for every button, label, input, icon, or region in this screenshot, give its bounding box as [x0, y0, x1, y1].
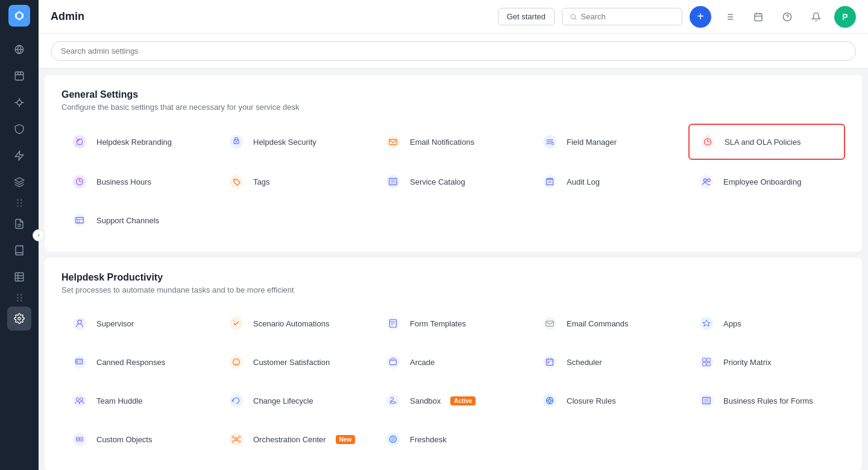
canned-responses-item[interactable]: Canned Responses — [61, 345, 218, 379]
support-channels-icon — [69, 209, 90, 231]
general-settings-title: General Settings — [61, 89, 845, 100]
sandbox-icon — [382, 390, 404, 411]
arcade-icon — [382, 351, 404, 373]
supervisor-item[interactable]: Supervisor — [61, 306, 218, 340]
scenario-icon — [225, 313, 247, 334]
new-item-button[interactable]: + — [690, 6, 711, 28]
support-channels-item[interactable]: Support Channels — [61, 203, 218, 237]
help-button[interactable] — [776, 6, 798, 28]
priority-matrix-item[interactable]: Priority Matrix — [688, 345, 845, 379]
helpdesk-security-item[interactable]: Helpdesk Security — [218, 124, 375, 160]
page-title: Admin — [51, 10, 491, 23]
list-view-button[interactable] — [719, 6, 740, 28]
apps-item[interactable]: Apps — [688, 306, 845, 340]
sidebar-item-globe[interactable] — [7, 37, 31, 62]
notification-button[interactable] — [805, 6, 827, 28]
custom-objects-item[interactable]: Custom Objects — [61, 422, 218, 456]
employee-onboarding-item[interactable]: Employee Onboarding — [688, 165, 845, 198]
user-avatar[interactable]: P — [834, 6, 856, 28]
orchestration-center-item[interactable]: Orchestration Center New — [218, 422, 375, 456]
sandbox-item[interactable]: Sandbox Active — [375, 384, 532, 418]
sidebar-item-zap[interactable] — [7, 144, 31, 168]
onboarding-icon — [696, 171, 717, 192]
security-icon — [225, 131, 247, 153]
general-settings-grid: Helpdesk Rebranding Helpdesk Security — [61, 124, 845, 237]
svg-rect-1 — [15, 72, 24, 80]
scenario-automations-item[interactable]: Scenario Automations — [218, 306, 375, 340]
sidebar-item-shield[interactable] — [7, 117, 31, 141]
topbar: Admin Get started + — [39, 0, 868, 34]
svg-point-12 — [571, 14, 575, 18]
service-catalog-label: Service Catalog — [410, 177, 465, 186]
apps-label: Apps — [723, 319, 741, 328]
service-catalog-item[interactable]: Service Catalog — [375, 165, 532, 198]
svg-point-11 — [18, 317, 21, 320]
svg-point-43 — [234, 180, 236, 181]
sla-icon — [697, 131, 719, 153]
business-rules-forms-item[interactable]: Business Rules for Forms — [688, 384, 845, 418]
sidebar-item-inbox[interactable] — [7, 64, 31, 88]
support-channels-label: Support Channels — [96, 216, 159, 225]
supervisor-icon — [69, 313, 90, 334]
calendar-button[interactable] — [747, 6, 769, 28]
customer-satisfaction-item[interactable]: Customer Satisfaction — [218, 345, 375, 379]
change-lifecycle-item[interactable]: Change Lifecycle — [218, 384, 375, 418]
svg-point-42 — [230, 175, 243, 188]
sidebar-item-layers[interactable] — [7, 170, 31, 194]
freshdesk-label: Freshdesk — [410, 435, 447, 444]
orchestration-center-label: Orchestration Center — [253, 435, 326, 444]
team-huddle-item[interactable]: Team Huddle — [61, 384, 218, 418]
email-commands-item[interactable]: Email Commands — [532, 306, 688, 340]
sidebar-collapse-btn[interactable]: › — [33, 229, 45, 241]
svg-rect-92 — [548, 362, 549, 363]
orchestration-badge: New — [336, 435, 356, 444]
form-templates-label: Form Templates — [410, 319, 466, 328]
email-notifications-item[interactable]: Email Notifications — [375, 124, 532, 160]
sidebar-item-chart[interactable] — [7, 265, 31, 289]
field-manager-item[interactable]: Field Manager — [532, 124, 688, 160]
closure-rules-item[interactable]: Closure Rules — [532, 384, 688, 418]
form-templates-item[interactable]: Form Templates — [375, 306, 532, 340]
svg-point-2 — [17, 100, 22, 105]
svg-point-64 — [386, 317, 400, 330]
get-started-button[interactable]: Get started — [498, 8, 555, 25]
productivity-title: Helpdesk Productivity — [61, 272, 845, 283]
change-lifecycle-label: Change Lifecycle — [253, 396, 313, 405]
scheduler-item[interactable]: Scheduler — [532, 345, 688, 379]
search-input[interactable] — [581, 12, 675, 21]
app-logo[interactable] — [8, 5, 30, 27]
admin-search-input[interactable] — [51, 41, 856, 61]
svg-point-26 — [73, 135, 86, 148]
svg-point-82 — [386, 355, 400, 369]
audit-log-item[interactable]: Audit Log — [532, 165, 688, 198]
team-huddle-label: Team Huddle — [96, 396, 143, 405]
closure-rules-label: Closure Rules — [567, 396, 616, 405]
svg-rect-69 — [390, 321, 391, 322]
content-area: General Settings Configure the basic set… — [39, 34, 868, 470]
freshdesk-icon — [382, 428, 404, 450]
sidebar-item-settings[interactable] — [7, 306, 31, 331]
priority-matrix-icon — [696, 351, 717, 373]
tags-item[interactable]: Tags — [218, 165, 375, 198]
freshdesk-item[interactable]: Freshdesk — [375, 422, 532, 456]
sandbox-badge: Active — [450, 396, 476, 405]
sidebar-item-bug[interactable] — [7, 91, 31, 115]
business-hours-item[interactable]: Business Hours — [61, 165, 218, 198]
sla-ola-policies-label: SLA and OLA Policies — [725, 138, 800, 147]
sidebar-item-report[interactable] — [7, 212, 31, 236]
sandbox-label: Sandbox — [410, 396, 441, 405]
orchestration-icon — [225, 428, 247, 450]
team-huddle-icon — [69, 390, 90, 411]
sla-ola-policies-item[interactable]: SLA and OLA Policies — [688, 124, 845, 160]
arcade-item[interactable]: Arcade — [375, 345, 532, 379]
svg-marker-4 — [15, 178, 24, 183]
general-settings-subtitle: Configure the basic settings that are ne… — [61, 103, 845, 112]
change-lifecycle-icon — [225, 390, 247, 411]
svg-point-81 — [237, 361, 238, 362]
sidebar-item-book[interactable] — [7, 238, 31, 262]
audit-log-label: Audit Log — [567, 177, 600, 186]
helpdesk-rebranding-item[interactable]: Helpdesk Rebranding — [61, 124, 218, 160]
topbar-search[interactable] — [562, 8, 682, 25]
field-manager-icon — [539, 131, 561, 153]
business-rules-forms-label: Business Rules for Forms — [723, 396, 813, 405]
